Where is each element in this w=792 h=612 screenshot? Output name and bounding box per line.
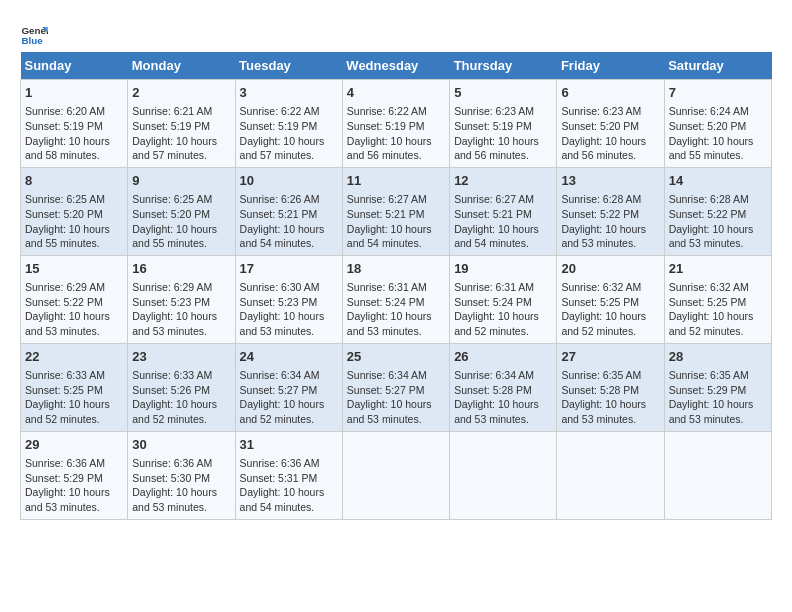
calendar-body: 1Sunrise: 6:20 AM Sunset: 5:19 PM Daylig… xyxy=(21,80,772,520)
day-info: Sunrise: 6:30 AM Sunset: 5:23 PM Dayligh… xyxy=(240,280,338,339)
day-info: Sunrise: 6:34 AM Sunset: 5:27 PM Dayligh… xyxy=(240,368,338,427)
day-number: 9 xyxy=(132,172,230,190)
calendar-header-row: SundayMondayTuesdayWednesdayThursdayFrid… xyxy=(21,52,772,80)
calendar-cell: 31Sunrise: 6:36 AM Sunset: 5:31 PM Dayli… xyxy=(235,431,342,519)
calendar-cell: 19Sunrise: 6:31 AM Sunset: 5:24 PM Dayli… xyxy=(450,255,557,343)
day-info: Sunrise: 6:25 AM Sunset: 5:20 PM Dayligh… xyxy=(132,192,230,251)
day-info: Sunrise: 6:23 AM Sunset: 5:20 PM Dayligh… xyxy=(561,104,659,163)
calendar-cell: 24Sunrise: 6:34 AM Sunset: 5:27 PM Dayli… xyxy=(235,343,342,431)
day-number: 26 xyxy=(454,348,552,366)
header-cell-saturday: Saturday xyxy=(664,52,771,80)
calendar-cell: 11Sunrise: 6:27 AM Sunset: 5:21 PM Dayli… xyxy=(342,167,449,255)
day-info: Sunrise: 6:21 AM Sunset: 5:19 PM Dayligh… xyxy=(132,104,230,163)
calendar-cell: 14Sunrise: 6:28 AM Sunset: 5:22 PM Dayli… xyxy=(664,167,771,255)
day-info: Sunrise: 6:34 AM Sunset: 5:27 PM Dayligh… xyxy=(347,368,445,427)
calendar-cell: 17Sunrise: 6:30 AM Sunset: 5:23 PM Dayli… xyxy=(235,255,342,343)
day-number: 8 xyxy=(25,172,123,190)
svg-text:Blue: Blue xyxy=(21,35,43,46)
day-info: Sunrise: 6:22 AM Sunset: 5:19 PM Dayligh… xyxy=(240,104,338,163)
calendar-cell: 9Sunrise: 6:25 AM Sunset: 5:20 PM Daylig… xyxy=(128,167,235,255)
day-number: 4 xyxy=(347,84,445,102)
header-cell-monday: Monday xyxy=(128,52,235,80)
day-number: 24 xyxy=(240,348,338,366)
day-info: Sunrise: 6:27 AM Sunset: 5:21 PM Dayligh… xyxy=(454,192,552,251)
logo: General Blue xyxy=(20,20,52,48)
header-cell-wednesday: Wednesday xyxy=(342,52,449,80)
day-info: Sunrise: 6:32 AM Sunset: 5:25 PM Dayligh… xyxy=(669,280,767,339)
calendar-cell: 23Sunrise: 6:33 AM Sunset: 5:26 PM Dayli… xyxy=(128,343,235,431)
calendar-cell: 16Sunrise: 6:29 AM Sunset: 5:23 PM Dayli… xyxy=(128,255,235,343)
calendar-cell xyxy=(342,431,449,519)
day-info: Sunrise: 6:29 AM Sunset: 5:23 PM Dayligh… xyxy=(132,280,230,339)
calendar-cell: 12Sunrise: 6:27 AM Sunset: 5:21 PM Dayli… xyxy=(450,167,557,255)
day-number: 28 xyxy=(669,348,767,366)
day-info: Sunrise: 6:23 AM Sunset: 5:19 PM Dayligh… xyxy=(454,104,552,163)
day-number: 13 xyxy=(561,172,659,190)
day-number: 29 xyxy=(25,436,123,454)
header: General Blue xyxy=(20,20,772,48)
header-cell-sunday: Sunday xyxy=(21,52,128,80)
calendar-cell: 10Sunrise: 6:26 AM Sunset: 5:21 PM Dayli… xyxy=(235,167,342,255)
calendar-cell: 30Sunrise: 6:36 AM Sunset: 5:30 PM Dayli… xyxy=(128,431,235,519)
day-info: Sunrise: 6:27 AM Sunset: 5:21 PM Dayligh… xyxy=(347,192,445,251)
calendar-cell: 4Sunrise: 6:22 AM Sunset: 5:19 PM Daylig… xyxy=(342,80,449,168)
day-number: 7 xyxy=(669,84,767,102)
calendar-row: 29Sunrise: 6:36 AM Sunset: 5:29 PM Dayli… xyxy=(21,431,772,519)
day-info: Sunrise: 6:33 AM Sunset: 5:25 PM Dayligh… xyxy=(25,368,123,427)
day-number: 11 xyxy=(347,172,445,190)
calendar-cell: 26Sunrise: 6:34 AM Sunset: 5:28 PM Dayli… xyxy=(450,343,557,431)
day-number: 1 xyxy=(25,84,123,102)
calendar-cell: 25Sunrise: 6:34 AM Sunset: 5:27 PM Dayli… xyxy=(342,343,449,431)
day-info: Sunrise: 6:24 AM Sunset: 5:20 PM Dayligh… xyxy=(669,104,767,163)
day-info: Sunrise: 6:32 AM Sunset: 5:25 PM Dayligh… xyxy=(561,280,659,339)
header-cell-friday: Friday xyxy=(557,52,664,80)
day-info: Sunrise: 6:26 AM Sunset: 5:21 PM Dayligh… xyxy=(240,192,338,251)
day-number: 30 xyxy=(132,436,230,454)
calendar-cell: 6Sunrise: 6:23 AM Sunset: 5:20 PM Daylig… xyxy=(557,80,664,168)
calendar-row: 22Sunrise: 6:33 AM Sunset: 5:25 PM Dayli… xyxy=(21,343,772,431)
header-cell-tuesday: Tuesday xyxy=(235,52,342,80)
day-info: Sunrise: 6:36 AM Sunset: 5:29 PM Dayligh… xyxy=(25,456,123,515)
calendar-cell: 15Sunrise: 6:29 AM Sunset: 5:22 PM Dayli… xyxy=(21,255,128,343)
day-number: 12 xyxy=(454,172,552,190)
header-cell-thursday: Thursday xyxy=(450,52,557,80)
day-number: 31 xyxy=(240,436,338,454)
calendar-cell: 20Sunrise: 6:32 AM Sunset: 5:25 PM Dayli… xyxy=(557,255,664,343)
day-number: 27 xyxy=(561,348,659,366)
day-number: 19 xyxy=(454,260,552,278)
day-number: 6 xyxy=(561,84,659,102)
day-number: 23 xyxy=(132,348,230,366)
day-info: Sunrise: 6:28 AM Sunset: 5:22 PM Dayligh… xyxy=(561,192,659,251)
calendar-cell: 13Sunrise: 6:28 AM Sunset: 5:22 PM Dayli… xyxy=(557,167,664,255)
day-number: 10 xyxy=(240,172,338,190)
calendar-cell: 29Sunrise: 6:36 AM Sunset: 5:29 PM Dayli… xyxy=(21,431,128,519)
day-number: 25 xyxy=(347,348,445,366)
day-number: 5 xyxy=(454,84,552,102)
day-info: Sunrise: 6:34 AM Sunset: 5:28 PM Dayligh… xyxy=(454,368,552,427)
calendar-cell: 5Sunrise: 6:23 AM Sunset: 5:19 PM Daylig… xyxy=(450,80,557,168)
day-number: 3 xyxy=(240,84,338,102)
calendar-cell: 2Sunrise: 6:21 AM Sunset: 5:19 PM Daylig… xyxy=(128,80,235,168)
day-number: 20 xyxy=(561,260,659,278)
calendar-cell: 3Sunrise: 6:22 AM Sunset: 5:19 PM Daylig… xyxy=(235,80,342,168)
day-number: 17 xyxy=(240,260,338,278)
day-info: Sunrise: 6:25 AM Sunset: 5:20 PM Dayligh… xyxy=(25,192,123,251)
calendar-cell: 8Sunrise: 6:25 AM Sunset: 5:20 PM Daylig… xyxy=(21,167,128,255)
calendar-row: 8Sunrise: 6:25 AM Sunset: 5:20 PM Daylig… xyxy=(21,167,772,255)
day-info: Sunrise: 6:31 AM Sunset: 5:24 PM Dayligh… xyxy=(454,280,552,339)
day-number: 14 xyxy=(669,172,767,190)
calendar-row: 15Sunrise: 6:29 AM Sunset: 5:22 PM Dayli… xyxy=(21,255,772,343)
logo-icon: General Blue xyxy=(20,20,48,48)
day-info: Sunrise: 6:35 AM Sunset: 5:29 PM Dayligh… xyxy=(669,368,767,427)
day-info: Sunrise: 6:35 AM Sunset: 5:28 PM Dayligh… xyxy=(561,368,659,427)
day-info: Sunrise: 6:36 AM Sunset: 5:30 PM Dayligh… xyxy=(132,456,230,515)
day-info: Sunrise: 6:20 AM Sunset: 5:19 PM Dayligh… xyxy=(25,104,123,163)
calendar-row: 1Sunrise: 6:20 AM Sunset: 5:19 PM Daylig… xyxy=(21,80,772,168)
day-number: 16 xyxy=(132,260,230,278)
calendar-cell: 1Sunrise: 6:20 AM Sunset: 5:19 PM Daylig… xyxy=(21,80,128,168)
day-number: 2 xyxy=(132,84,230,102)
calendar-cell xyxy=(664,431,771,519)
day-info: Sunrise: 6:29 AM Sunset: 5:22 PM Dayligh… xyxy=(25,280,123,339)
calendar-cell: 21Sunrise: 6:32 AM Sunset: 5:25 PM Dayli… xyxy=(664,255,771,343)
calendar-cell: 7Sunrise: 6:24 AM Sunset: 5:20 PM Daylig… xyxy=(664,80,771,168)
